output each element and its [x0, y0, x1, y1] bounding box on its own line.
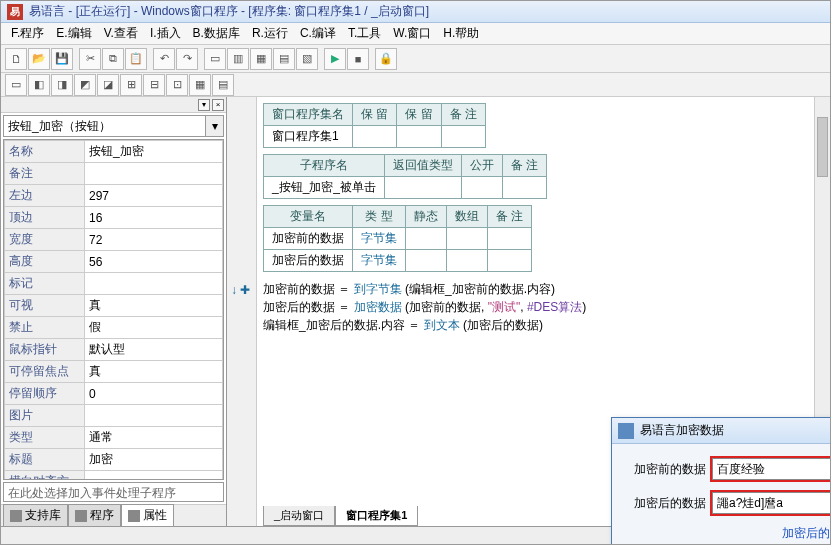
prop-value[interactable]: 默认型 [85, 339, 223, 361]
prop-value[interactable]: 居中 [85, 471, 223, 481]
caption-after: 加密后的数据 [782, 525, 831, 542]
tb2-1-icon[interactable]: ▭ [5, 74, 27, 96]
panel2-icon[interactable]: ▦ [250, 48, 272, 70]
menu-view[interactable]: V.查看 [100, 23, 142, 44]
menu-help[interactable]: H.帮助 [439, 23, 483, 44]
menubar: F.程序 E.编辑 V.查看 I.插入 B.数据库 R.运行 C.编译 T.工具… [1, 23, 830, 45]
run-icon[interactable]: ▶ [324, 48, 346, 70]
prop-row[interactable]: 禁止假 [5, 317, 223, 339]
tab-start-window[interactable]: _启动窗口 [263, 506, 335, 526]
redo-icon[interactable]: ↷ [176, 48, 198, 70]
prop-row[interactable]: 图片 [5, 405, 223, 427]
prop-row[interactable]: 标记 [5, 273, 223, 295]
tb2-9-icon[interactable]: ▦ [189, 74, 211, 96]
menu-insert[interactable]: I.插入 [146, 23, 185, 44]
prop-row[interactable]: 高度56 [5, 251, 223, 273]
input-before[interactable] [712, 458, 831, 480]
input-after[interactable] [712, 492, 831, 514]
app-icon: 易 [7, 4, 23, 20]
tab-program[interactable]: 程序 [68, 504, 121, 526]
tb2-7-icon[interactable]: ⊟ [143, 74, 165, 96]
tb2-3-icon[interactable]: ◨ [51, 74, 73, 96]
prop-row[interactable]: 名称按钮_加密 [5, 141, 223, 163]
menu-compile[interactable]: C.编译 [296, 23, 340, 44]
tab-props[interactable]: 属性 [121, 504, 174, 526]
prop-value[interactable] [85, 405, 223, 427]
prop-value[interactable] [85, 163, 223, 185]
tab-assembly1[interactable]: 窗口程序集1 [335, 506, 418, 526]
left-tabs: 支持库 程序 属性 [1, 504, 226, 526]
prop-value[interactable]: 假 [85, 317, 223, 339]
menu-window[interactable]: W.窗口 [389, 23, 435, 44]
tb2-5-icon[interactable]: ◪ [97, 74, 119, 96]
menu-edit[interactable]: E.编辑 [52, 23, 95, 44]
prop-value[interactable]: 加密 [85, 449, 223, 471]
tb2-6-icon[interactable]: ⊞ [120, 74, 142, 96]
prop-value[interactable]: 72 [85, 229, 223, 251]
dialog-titlebar[interactable]: 易语言加密数据 ✕ [612, 418, 831, 444]
prop-row[interactable]: 顶边16 [5, 207, 223, 229]
chevron-down-icon[interactable]: ▾ [205, 116, 223, 136]
prop-name: 类型 [5, 427, 85, 449]
pin-icon[interactable]: ▾ [198, 99, 210, 111]
property-grid[interactable]: 名称按钮_加密备注左边297顶边16宽度72高度56标记可视真禁止假鼠标指针默认… [3, 139, 224, 480]
label-after: 加密后的数据 [626, 495, 706, 512]
menu-file[interactable]: F.程序 [7, 23, 48, 44]
panel4-icon[interactable]: ▧ [296, 48, 318, 70]
tb2-2-icon[interactable]: ◧ [28, 74, 50, 96]
tb2-8-icon[interactable]: ⊡ [166, 74, 188, 96]
label-before: 加密前的数据 [626, 461, 706, 478]
prop-row[interactable]: 可停留焦点真 [5, 361, 223, 383]
prop-row[interactable]: 横向对齐方式居中 [5, 471, 223, 481]
tb2-10-icon[interactable]: ▤ [212, 74, 234, 96]
object-selector[interactable]: ▾ [3, 115, 224, 137]
menu-tool[interactable]: T.工具 [344, 23, 385, 44]
window-icon[interactable]: ▭ [204, 48, 226, 70]
prop-name: 标题 [5, 449, 85, 471]
menu-run[interactable]: R.运行 [248, 23, 292, 44]
lock-icon[interactable]: 🔒 [375, 48, 397, 70]
new-icon[interactable]: 🗋 [5, 48, 27, 70]
copy-icon[interactable]: ⧉ [102, 48, 124, 70]
prop-row[interactable]: 可视真 [5, 295, 223, 317]
menu-db[interactable]: B.数据库 [189, 23, 244, 44]
prop-value[interactable]: 真 [85, 295, 223, 317]
panel-icon[interactable]: ▥ [227, 48, 249, 70]
cut-icon[interactable]: ✂ [79, 48, 101, 70]
code-line: 加密前的数据 ＝ 到字节集 (编辑框_加密前的数据.内容) [263, 280, 824, 298]
stop-icon[interactable]: ■ [347, 48, 369, 70]
prop-name: 标记 [5, 273, 85, 295]
prop-value[interactable]: 0 [85, 383, 223, 405]
undo-icon[interactable]: ↶ [153, 48, 175, 70]
close-panel-icon[interactable]: × [212, 99, 224, 111]
tb2-4-icon[interactable]: ◩ [74, 74, 96, 96]
save-icon[interactable]: 💾 [51, 48, 73, 70]
prop-row[interactable]: 停留顺序0 [5, 383, 223, 405]
prop-value[interactable] [85, 273, 223, 295]
table-vars[interactable]: 变量名类 型静态数组备 注 加密前的数据字节集 加密后的数据字节集 [263, 205, 532, 272]
paste-icon[interactable]: 📋 [125, 48, 147, 70]
prop-row[interactable]: 左边297 [5, 185, 223, 207]
prop-value[interactable]: 16 [85, 207, 223, 229]
event-hint[interactable]: 在此处选择加入事件处理子程序 [3, 482, 224, 502]
table-sub[interactable]: 子程序名返回值类型公开备 注 _按钮_加密_被单击 [263, 154, 547, 199]
panel3-icon[interactable]: ▤ [273, 48, 295, 70]
prop-row[interactable]: 备注 [5, 163, 223, 185]
prop-row[interactable]: 宽度72 [5, 229, 223, 251]
prop-value[interactable]: 297 [85, 185, 223, 207]
prop-value[interactable]: 通常 [85, 427, 223, 449]
code-line: 加密后的数据 ＝ 加密数据 (加密前的数据, "测试", #DES算法) [263, 298, 824, 316]
open-icon[interactable]: 📂 [28, 48, 50, 70]
prop-row[interactable]: 鼠标指针默认型 [5, 339, 223, 361]
prop-name: 名称 [5, 141, 85, 163]
prop-value[interactable]: 56 [85, 251, 223, 273]
tab-support[interactable]: 支持库 [3, 504, 68, 526]
prop-row[interactable]: 标题加密 [5, 449, 223, 471]
table-assembly[interactable]: 窗口程序集名保 留保 留备 注 窗口程序集1 [263, 103, 486, 148]
prop-row[interactable]: 类型通常 [5, 427, 223, 449]
prop-value[interactable]: 按钮_加密 [85, 141, 223, 163]
prop-value[interactable]: 真 [85, 361, 223, 383]
object-selector-input[interactable] [4, 116, 205, 136]
left-panel-header: ▾ × [1, 97, 226, 113]
code-block[interactable]: 加密前的数据 ＝ 到字节集 (编辑框_加密前的数据.内容) 加密后的数据 ＝ 加… [263, 280, 824, 334]
